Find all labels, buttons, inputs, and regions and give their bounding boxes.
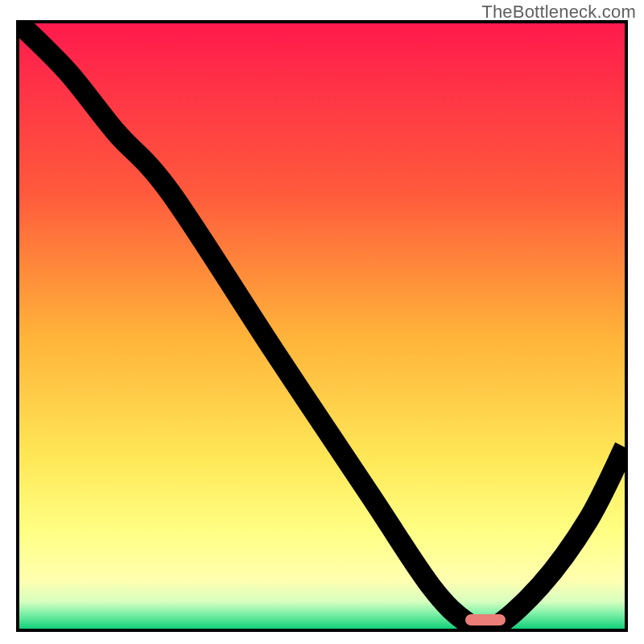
plot-area [16,20,628,632]
chart-root: TheBottleneck.com [0,0,644,644]
bottleneck-curve [19,23,625,629]
optimal-marker [465,614,506,625]
watermark-text: TheBottleneck.com [481,2,636,23]
